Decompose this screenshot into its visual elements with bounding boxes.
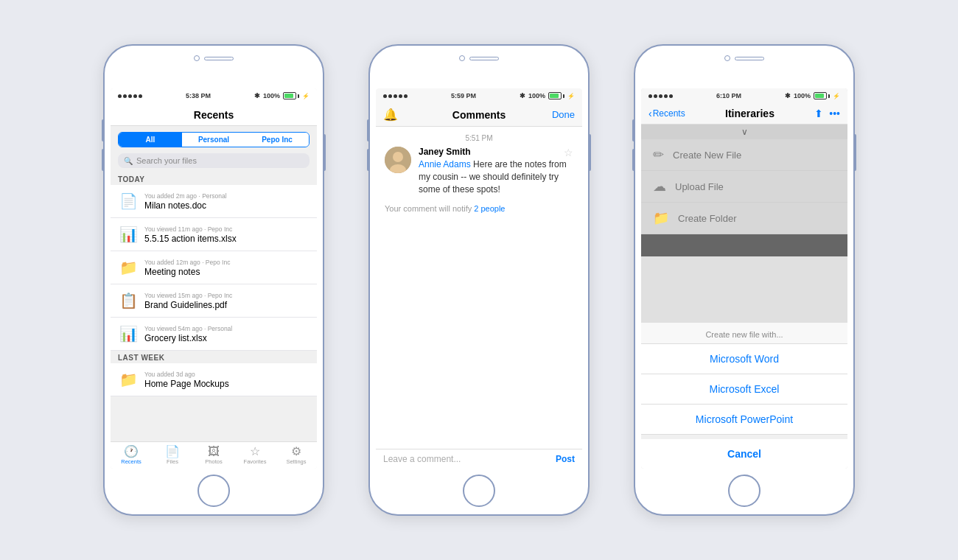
notify-link[interactable]: 2 people [474, 204, 505, 213]
battery-percent-2: 100% [528, 92, 545, 99]
speaker-3 [735, 57, 764, 60]
dark-overlay [641, 234, 847, 256]
xlsx-file-icon-2: 📊 [118, 322, 139, 346]
signal-dots-3 [648, 94, 673, 98]
bluetooth-icon-2: ✱ [520, 92, 525, 99]
avatar-janey [385, 147, 411, 173]
word-option[interactable]: Microsoft Word [641, 344, 847, 374]
power-button-3[interactable] [853, 134, 856, 171]
tab-favorites[interactable]: ☆ Favorites [234, 444, 276, 466]
powerpoint-option[interactable]: Microsoft PowerPoint [641, 405, 847, 435]
status-bar-3: 6:10 PM ✱ 100% ⚡ [641, 88, 847, 103]
collapse-button[interactable]: ∨ [641, 125, 847, 139]
bluetooth-icon: ✱ [254, 92, 260, 99]
action-list: ✏ Create New File ☁ Upload File 📁 Create… [641, 139, 847, 234]
file-meta-milan: You added 2m ago · Personal [144, 192, 310, 200]
upload-icon: ☁ [653, 178, 666, 195]
phone1-home-button[interactable] [197, 475, 230, 507]
comment-text: Annie Adams Here are the notes from my c… [419, 158, 573, 195]
file-name-meeting: Meeting notes [144, 267, 310, 277]
section-today: TODAY [111, 172, 317, 185]
create-new-file-item[interactable]: ✏ Create New File [641, 139, 847, 171]
status-bar-1: 5:38 PM ✱ 100% ⚡ [111, 88, 317, 103]
volume-up-button-2[interactable] [367, 119, 370, 141]
done-button[interactable]: Done [552, 109, 575, 120]
create-folder-item[interactable]: 📁 Create Folder [641, 203, 847, 234]
phone3-home-button[interactable] [728, 475, 761, 507]
charging-icon: ⚡ [302, 93, 310, 99]
front-camera [194, 55, 200, 61]
share-icon[interactable]: ⬆ [814, 108, 823, 119]
file-item-grocery[interactable]: 📊 You viewed 54m ago · Personal Grocery … [111, 318, 317, 351]
file-meta-grocery: You viewed 54m ago · Personal [144, 325, 310, 332]
battery-icon-3 [814, 92, 830, 99]
file-item-action[interactable]: 📊 You viewed 11m ago · Pepo Inc 5.5.15 a… [111, 218, 317, 251]
segment-personal[interactable]: Personal [182, 133, 245, 147]
segment-all[interactable]: All [119, 133, 182, 147]
upload-file-item[interactable]: ☁ Upload File [641, 171, 847, 203]
power-button[interactable] [323, 134, 326, 171]
section-lastweek: LAST WEEK [111, 351, 317, 363]
power-button-2[interactable] [588, 134, 591, 171]
battery-percent-1: 100% [263, 92, 280, 99]
svg-point-1 [393, 152, 403, 162]
file-item-meeting[interactable]: 📁 You added 12m ago · Pepo Inc Meeting n… [111, 251, 317, 284]
file-item-brand[interactable]: 📋 You viewed 15m ago · Pepo Inc Brand Gu… [111, 284, 317, 318]
notify-text: Your comment will notify [385, 204, 472, 213]
phone2-home-button[interactable] [463, 475, 495, 507]
post-button[interactable]: Post [556, 454, 575, 464]
pencil-icon: ✏ [653, 147, 664, 163]
tab-favorites-icon: ☆ [250, 446, 260, 458]
file-item-milan[interactable]: 📄 You added 2m ago · Personal Milan note… [111, 185, 317, 218]
phone2-screen: 5:59 PM ✱ 100% ⚡ 🔔 Comments D [376, 88, 582, 469]
bell-icon: 🔔 [383, 108, 398, 122]
file-item-homepage[interactable]: 📁 You added 3d ago Home Page Mockups [111, 363, 317, 396]
volume-down-button[interactable] [102, 149, 105, 171]
volume-up-button-3[interactable] [632, 119, 635, 141]
mention-link[interactable]: Annie Adams [419, 159, 471, 169]
star-icon[interactable]: ☆ [564, 147, 573, 158]
pdf-file-icon: 📋 [118, 289, 139, 312]
tab-recents[interactable]: 🕐 Recents [111, 444, 152, 466]
segment-pepo[interactable]: Pepo Inc [245, 133, 309, 147]
phone3-screen: 6:10 PM ✱ 100% ⚡ ‹ Recent [641, 88, 847, 469]
excel-option[interactable]: Microsoft Excel [641, 374, 847, 405]
tab-settings[interactable]: ⚙ Settings [276, 444, 317, 466]
speaker [204, 57, 234, 60]
search-bar[interactable]: 🔍 Search your files [118, 153, 310, 168]
cancel-button[interactable]: Cancel [641, 439, 847, 469]
tab-settings-label: Settings [286, 458, 306, 465]
tab-photos[interactable]: 🖼 Photos [193, 444, 234, 466]
doc-file-icon: 📄 [118, 189, 139, 213]
tab-settings-icon: ⚙ [291, 446, 301, 458]
volume-down-button-2[interactable] [367, 149, 370, 171]
bluetooth-icon-3: ✱ [785, 92, 791, 99]
comment-input[interactable]: Leave a comment... [383, 454, 556, 464]
comment-input-bar[interactable]: Leave a comment... Post [376, 449, 582, 469]
signal-dots-2 [383, 94, 408, 98]
file-name-homepage: Home Page Mockups [144, 379, 310, 389]
tab-bar-1: 🕐 Recents 📄 Files 🖼 Photos ☆ Favorites ⚙ [111, 441, 317, 469]
phone1-top [184, 53, 243, 63]
more-icon[interactable]: ••• [829, 108, 840, 119]
back-button[interactable]: ‹ Recents [648, 108, 685, 119]
nav-bar-3: ‹ Recents Itineraries ⬆ ••• [641, 103, 847, 125]
volume-down-button-3[interactable] [632, 149, 635, 171]
segment-control: All Personal Pepo Inc [118, 132, 310, 147]
front-camera-2 [459, 55, 465, 61]
speaker-2 [469, 57, 499, 60]
signal-dots [118, 94, 142, 98]
comments-title: Comments [452, 109, 506, 121]
tab-photos-label: Photos [205, 458, 222, 465]
file-name-grocery: Grocery list.xlsx [144, 333, 310, 343]
comment-timestamp: 5:51 PM [376, 127, 582, 147]
volume-up-button[interactable] [102, 119, 105, 141]
file-name-milan: Milan notes.doc [144, 200, 310, 211]
tab-files[interactable]: 📄 Files [152, 444, 193, 466]
comment-item: Janey Smith Annie Adams Here are the not… [376, 147, 582, 204]
status-time-1: 5:38 PM [186, 92, 211, 99]
file-meta-meeting: You added 12m ago · Pepo Inc [144, 259, 310, 266]
comment-notify: Your comment will notify 2 people [376, 204, 582, 222]
front-camera-3 [724, 55, 730, 61]
phone1-frame: 5:38 PM ✱ 100% ⚡ Recents [103, 44, 324, 516]
